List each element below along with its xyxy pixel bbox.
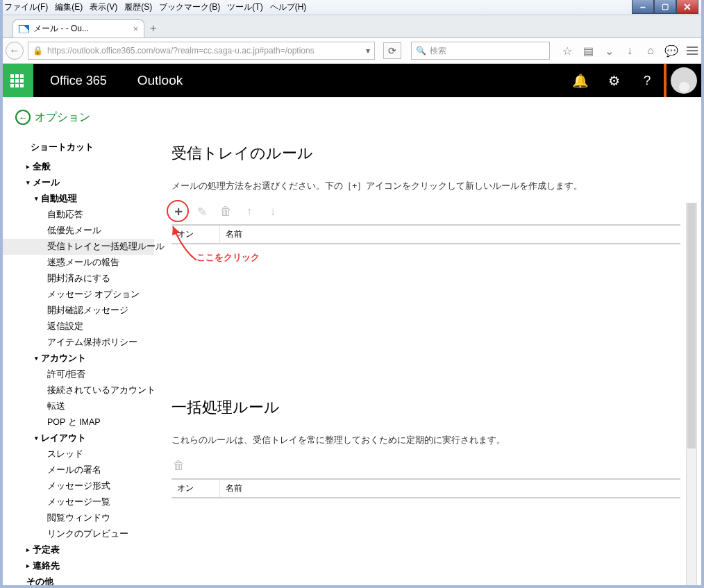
window-frame — [0, 0, 704, 588]
